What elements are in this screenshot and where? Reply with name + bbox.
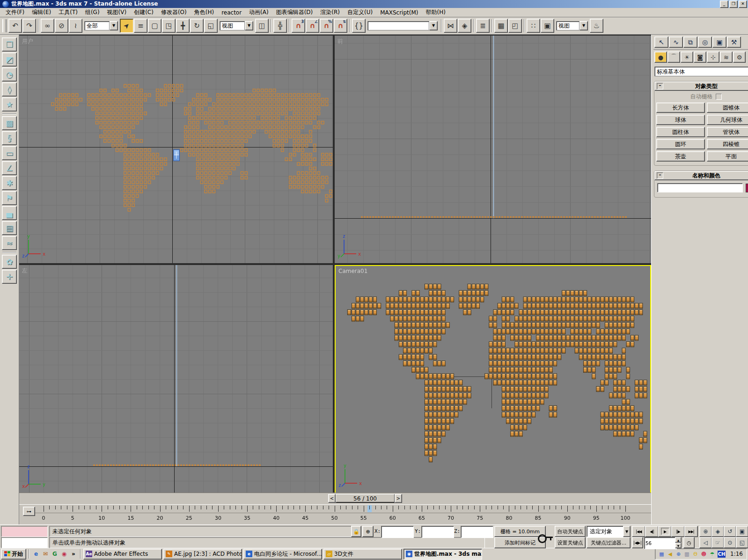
use-pivot-center-icon[interactable]: ◫ [255, 19, 269, 33]
set-keys-key-icon[interactable] [537, 528, 554, 545]
redo-icon[interactable]: ↷ [22, 19, 36, 33]
objtype-teapot-button[interactable]: 茶壶 [656, 151, 705, 162]
pan-icon[interactable]: ☞ [711, 537, 724, 548]
render-scene-icon[interactable]: ▣ [541, 19, 554, 33]
wind-icon[interactable]: ⚑ [2, 191, 17, 205]
current-frame-field[interactable] [644, 537, 677, 549]
zoom-icon[interactable]: ⊕ [699, 526, 712, 537]
objtype-cone-button[interactable]: 圆锥体 [707, 103, 748, 113]
mail-quicklaunch-icon[interactable]: ✉ [41, 550, 50, 558]
window-crossing-icon[interactable]: ◳ [162, 19, 176, 33]
zoom-region-icon[interactable]: ◁ [699, 537, 712, 548]
rigid-body-collection-icon[interactable]: ❒ [2, 37, 17, 52]
objtype-geosphere-button[interactable]: 几何球体 [707, 115, 748, 125]
menu-tools[interactable]: 工具(T) [55, 8, 81, 17]
task-after-effects[interactable]: AeAdobe After Effects [83, 549, 162, 560]
select-by-name-icon[interactable]: ≡ [134, 19, 147, 33]
key-filters-button[interactable]: 关键点过滤器... [587, 537, 631, 548]
unlink-icon[interactable]: ⊘ [55, 19, 68, 33]
snap-toggle-icon[interactable]: ∩3 [292, 19, 305, 33]
arc-rotate-icon[interactable]: ⊙ [724, 537, 736, 548]
start-button[interactable]: 开始 [1, 549, 26, 560]
tab-modify[interactable]: ∿ [669, 37, 683, 48]
viewport-left[interactable]: 左 [19, 265, 333, 494]
autogrid-checkbox[interactable] [716, 94, 722, 100]
select-object-icon[interactable]: ➤ [120, 19, 133, 33]
objtype-sphere-button[interactable]: 球体 [656, 115, 705, 125]
time-config-button[interactable]: ◷ [683, 537, 695, 548]
name-color-rollout-header[interactable]: – 名称和颜色 [654, 171, 748, 180]
zoom-extents-icon[interactable]: ↺ [724, 526, 736, 537]
collapse-minus-icon[interactable]: – [657, 83, 663, 89]
absolute-offset-toggle[interactable]: ⊕ [362, 526, 374, 537]
quicklaunch-more-chevron[interactable]: » [69, 550, 78, 558]
undo-icon[interactable]: ↶ [8, 19, 22, 33]
zoom-extents-all-icon[interactable]: ▣ [736, 526, 748, 537]
mirror-icon[interactable]: ⋈ [444, 19, 457, 33]
tab-display[interactable]: ▣ [712, 37, 726, 48]
tray-volume-icon[interactable]: ◀ [667, 551, 674, 558]
category-geometry[interactable]: ● [654, 52, 667, 63]
menu-file[interactable]: 文件(F) [2, 8, 28, 17]
time-slider-prev-arrow[interactable]: < [328, 494, 336, 503]
objtype-cylinder-button[interactable]: 圆柱体 [656, 127, 705, 137]
category-cameras[interactable]: ◙ [694, 52, 706, 63]
time-slider[interactable]: < 56 / 100 > [19, 493, 651, 504]
dropdown-arrow-icon[interactable]: ▼ [623, 526, 631, 537]
menu-maxscript[interactable]: MAXScript(M) [376, 9, 422, 16]
bind-spacewarp-icon[interactable]: ≀ [69, 19, 82, 33]
selection-filter-dropdown[interactable]: 全部▼ [84, 21, 118, 30]
tray-display-icon[interactable]: ▥ [683, 551, 690, 558]
spring-icon[interactable]: § [2, 131, 17, 145]
x-coordinate-field[interactable] [381, 526, 414, 538]
set-key-button[interactable]: 设置关键点 [555, 537, 586, 548]
viewport-user-canvas[interactable] [19, 36, 333, 263]
task-ie-forum[interactable]: e电白同乡论坛 - Microsof... [243, 549, 322, 560]
cloth-collection-icon[interactable]: ◩ [2, 52, 17, 66]
named-selection-sets-icon[interactable]: {} [352, 19, 366, 33]
object-name-input[interactable] [657, 183, 743, 192]
quick-render-icon[interactable]: ♨ [590, 19, 603, 33]
move-icon[interactable]: ╋ [176, 19, 190, 33]
select-link-icon[interactable]: ∞ [41, 19, 54, 33]
material-editor-icon[interactable]: ∷ [527, 19, 540, 33]
category-spacewarps[interactable]: ≋ [720, 52, 733, 63]
play-button[interactable]: ▶ [658, 526, 672, 537]
angle-snap-icon[interactable]: ∩∠ [306, 19, 319, 33]
water-icon[interactable]: ≈ [2, 236, 17, 250]
ie-quicklaunch-icon[interactable]: e [32, 550, 40, 558]
rect-selection-icon[interactable]: ▢ [148, 19, 161, 33]
rotate-icon[interactable]: ↻ [190, 19, 204, 33]
viewport-camera-canvas[interactable] [336, 266, 650, 493]
objtype-pyramid-button[interactable]: 四棱锥 [707, 139, 748, 149]
ref-coord-dropdown[interactable]: 视图▼ [220, 21, 253, 30]
frame-spinner-up[interactable]: ▲ [675, 537, 682, 543]
objtype-tube-button[interactable]: 管状体 [707, 127, 748, 137]
maxscript-mini-listener-pink[interactable] [1, 526, 48, 537]
viewport-front-canvas[interactable] [335, 36, 651, 263]
time-slider-next-arrow[interactable]: > [395, 494, 402, 503]
viewport-user[interactable]: 用户 [19, 36, 333, 263]
viewport-front[interactable]: 前 [335, 36, 651, 263]
curve-editor-icon[interactable]: ▦ [494, 19, 508, 33]
manipulate-icon[interactable]: ╬ [273, 19, 287, 33]
menu-rendering[interactable]: 渲染(R) [316, 8, 344, 17]
tray-lock-icon[interactable]: Θ [692, 551, 699, 558]
objtype-plane-button[interactable]: 平面 [707, 151, 748, 162]
maxscript-mini-listener-white[interactable] [1, 537, 48, 548]
minimize-button[interactable]: _ [720, 0, 728, 8]
next-frame-button[interactable]: ||▶ [671, 526, 685, 537]
motor-icon[interactable]: ✱ [2, 176, 17, 190]
menu-animation[interactable]: 动画(A) [245, 8, 272, 17]
frame-spinner-down[interactable]: ▼ [675, 543, 682, 548]
named-sets-dropdown[interactable]: ▼ [367, 21, 438, 30]
z-coordinate-field[interactable] [461, 526, 493, 538]
toy-car-icon[interactable]: ▄ [2, 206, 17, 220]
go-start-button[interactable]: |◀◀ [632, 526, 645, 537]
viewport-camera[interactable]: Camera01 [335, 265, 651, 494]
menu-graph-editors[interactable]: 图表编辑器(D) [272, 8, 317, 17]
menu-views[interactable]: 视图(V) [103, 8, 131, 17]
layer-manager-icon[interactable]: ≣ [476, 19, 490, 33]
rope-collection-icon[interactable]: ◊ [2, 82, 17, 96]
point-point-icon[interactable]: ✛ [2, 270, 17, 284]
